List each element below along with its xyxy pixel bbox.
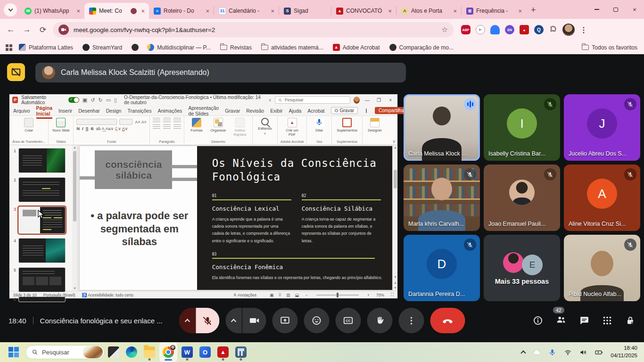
addins-button[interactable]: Suplementos <box>335 118 359 132</box>
wifi-icon[interactable] <box>564 348 572 356</box>
camera-options-chevron-icon[interactable] <box>226 308 243 333</box>
profile-avatar[interactable] <box>562 24 575 36</box>
new-slide-button[interactable]: Novo Slide <box>51 118 70 132</box>
fit-slide-icon[interactable]: ⛶ <box>391 292 394 297</box>
tab-search-button[interactable] <box>4 3 17 16</box>
notes-button[interactable]: ≜ Anotações <box>233 293 256 297</box>
back-icon[interactable]: ← <box>3 25 19 34</box>
canvas-scrollbar[interactable]: ▲ ▼ ▲ ▼ <box>392 145 397 291</box>
save-icon[interactable]: ▣ <box>83 97 87 103</box>
comments-icon[interactable] <box>366 108 367 113</box>
tab-calendario[interactable]: 31 Calendário - × <box>214 3 279 19</box>
slide-sorter-icon[interactable]: ⠿ <box>278 293 281 297</box>
menu-animacoes[interactable]: Animações <box>157 108 182 114</box>
menu-desenhar[interactable]: Desenhar <box>78 108 100 114</box>
menu-pagina-inicial[interactable]: Página Inicial <box>36 105 52 116</box>
new-tab-button[interactable]: + <box>531 5 536 15</box>
captions-button[interactable] <box>336 308 361 333</box>
menu-gravar[interactable]: Gravar <box>225 108 240 114</box>
menu-acrobat[interactable]: Acrobat <box>307 108 324 114</box>
window-minimize-button[interactable] <box>587 0 606 19</box>
tile-overflow[interactable]: E Mais 33 pessoas <box>484 235 560 301</box>
tile-isabelly[interactable]: I Isabelly Cristina Bar... <box>484 94 560 161</box>
paste-button[interactable]: Colar <box>19 118 38 132</box>
menu-revisao[interactable]: Revisão <box>246 108 264 114</box>
menu-arquivo[interactable]: Arquivo <box>13 108 30 114</box>
meeting-details-icon[interactable] <box>533 315 543 326</box>
reload-icon[interactable]: ⟳ <box>35 25 51 35</box>
ppt-restore-button[interactable]: ❐ <box>375 98 383 103</box>
onedrive-icon[interactable] <box>533 348 541 356</box>
create-pdf-button[interactable]: ▲ Crie um PDF <box>283 118 302 137</box>
menu-apresentacao[interactable]: Apresentação de Slides <box>188 105 219 116</box>
tab-atos[interactable]: A Atos e Porta × <box>396 3 461 19</box>
hidden-icons-chevron[interactable] <box>521 350 526 355</box>
tile-marla[interactable]: Marla khris Carvalh... <box>404 165 480 231</box>
drive-extension-icon[interactable] <box>490 25 500 34</box>
quick-styles-button[interactable]: Estilos Rápidos <box>231 118 249 137</box>
editing-button[interactable]: Editando∨ <box>256 118 274 135</box>
bookmark-acrobat[interactable]: ▲ Adobe Acrobat <box>333 44 380 51</box>
menu-transicoes[interactable]: Transições <box>127 108 151 114</box>
edge-button[interactable] <box>123 342 140 362</box>
chat-button[interactable] <box>579 315 589 326</box>
shield-play-icon[interactable]: ▶ <box>476 25 485 34</box>
mic-options-chevron-icon[interactable] <box>179 308 196 333</box>
zoom-slider[interactable] <box>316 295 359 296</box>
autosave-toggle[interactable] <box>68 97 79 103</box>
activities-button[interactable] <box>602 315 612 326</box>
bold-button[interactable]: N <box>76 126 80 131</box>
browser-menu-icon[interactable]: ⋮ <box>580 25 587 34</box>
bookmark-streamyard[interactable]: StreamYard <box>83 44 122 51</box>
tab-convocatoria[interactable]: ▲ CONVOCATÓ × <box>331 3 396 19</box>
taskbar-clock[interactable]: 18:40 04/11/2025 <box>611 345 637 359</box>
slideshow-view-icon[interactable]: ⬓ <box>295 293 299 297</box>
tab-close-icon[interactable]: × <box>140 8 146 15</box>
undo-icon[interactable]: ↺ <box>91 97 95 103</box>
leave-call-button[interactable] <box>430 308 465 333</box>
participants-button[interactable]: 42 <box>556 314 566 327</box>
task-view-button[interactable] <box>105 342 123 362</box>
start-button[interactable] <box>8 347 19 357</box>
tab-close-icon[interactable]: × <box>452 8 458 15</box>
arrange-button[interactable]: Organizar <box>209 118 228 132</box>
tab-close-icon[interactable]: × <box>75 8 82 15</box>
dictate-button[interactable]: Ditar <box>310 118 329 132</box>
tab-close-icon[interactable]: × <box>387 8 393 15</box>
bookmark-folder-atividades[interactable]: atividades matemá... <box>261 44 323 51</box>
slide-thumbnail-2[interactable] <box>18 177 66 202</box>
slide-thumbnail-1[interactable] <box>18 148 66 173</box>
document-title[interactable]: O-Despertar-da-Consciencia-Fonologica • … <box>124 95 265 105</box>
thumbnail-scrollbar[interactable]: ▲ ▼ <box>72 145 77 291</box>
camera-icon[interactable] <box>243 308 266 333</box>
ppt-minimize-button[interactable]: — <box>363 98 372 103</box>
mic-off-icon[interactable] <box>196 308 220 333</box>
tab-close-icon[interactable]: × <box>269 8 276 15</box>
tile-pibid[interactable]: Pibid Nucleo Alfab... <box>564 235 640 301</box>
normal-view-icon[interactable]: ▣ <box>270 293 274 297</box>
microphone-tray-icon[interactable] <box>548 348 556 356</box>
underline-button[interactable]: S <box>85 126 88 131</box>
taskbar-search[interactable]: Pesquisar <box>25 345 105 359</box>
tab-sigad[interactable]: S Sigad <box>279 3 331 19</box>
apps-grid-icon[interactable] <box>6 44 12 51</box>
outlook-button[interactable]: O <box>196 342 214 362</box>
tab-whatsapp[interactable]: W (1) WhatsApp × <box>20 3 84 19</box>
italic-button[interactable]: I <box>82 126 83 131</box>
shapes-button[interactable]: Formas <box>187 118 206 132</box>
menu-ajuda[interactable]: Ajuda <box>289 108 301 114</box>
zoom-in-icon[interactable]: + <box>367 293 370 297</box>
slideshow-icon[interactable]: ▭ <box>106 97 111 103</box>
record-button[interactable]: Gravar <box>331 107 358 114</box>
redo-icon[interactable]: ↻ <box>98 97 102 103</box>
tile-jucelio[interactable]: J Jucelio Abreu Dos S... <box>564 94 640 161</box>
tab-frequencia[interactable]: ≣ Frequência - × <box>462 3 526 19</box>
new-doc-icon[interactable]: ▯ <box>114 97 117 103</box>
quillbot-extension-icon[interactable]: Q <box>534 25 544 34</box>
menu-design[interactable]: Design <box>106 108 122 114</box>
bookmark-folder-revistas[interactable]: Revistas <box>220 44 252 51</box>
reading-view-icon[interactable]: ▥ <box>286 293 290 297</box>
host-controls-button[interactable] <box>625 315 636 326</box>
window-close-button[interactable]: × <box>625 0 644 19</box>
zoom-out-icon[interactable]: − <box>305 293 308 297</box>
